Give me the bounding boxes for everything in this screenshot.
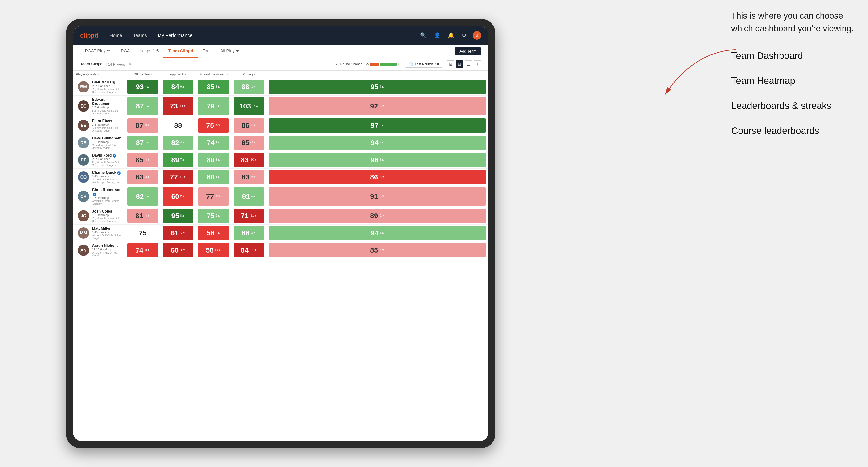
- table-row[interactable]: DFDavid Ford✓Plus HandicapRoyal North De…: [73, 151, 488, 168]
- heatmap-view-button[interactable]: ▦: [456, 60, 463, 68]
- player-handicap: 1-5 Handicap: [92, 140, 122, 144]
- annotation-area: This is where you can choose which dashb…: [731, 9, 854, 149]
- sort-icon: ▾: [97, 73, 99, 76]
- player-handicap: 6-10 Handicap: [92, 175, 122, 178]
- dashboard-options: Team Dashboard Team Heatmap Leaderboards…: [731, 49, 854, 137]
- settings-button[interactable]: ⚙: [460, 31, 468, 40]
- player-club: Sunningdale Golf Club, United Kingdom: [92, 109, 122, 115]
- nav-my-performance[interactable]: My Performance: [156, 32, 194, 39]
- nav-icons: 🔍 👤 🔔 ⚙ U: [418, 31, 481, 40]
- table-row[interactable]: ECEdward Crossman1-5 HandicapSunningdale…: [73, 96, 488, 117]
- player-handicap: Plus Handicap: [92, 158, 122, 161]
- score-cell: 87 1▲: [125, 96, 160, 117]
- score-cell: 95 9▲: [267, 78, 488, 96]
- col-header-around-green: Around the Green ▾: [196, 70, 231, 78]
- score-cell: 86 -6▼: [231, 117, 267, 134]
- player-name: Chris Robertson✓: [92, 188, 122, 196]
- score-cell: 88 -2▼: [231, 224, 267, 242]
- score-cell: 84 -21▼: [231, 242, 267, 259]
- score-cell: 83 -3▼: [125, 168, 160, 186]
- score-cell: 89 7▲: [160, 151, 196, 168]
- notifications-button[interactable]: 🔔: [446, 31, 456, 40]
- table-row[interactable]: CRChris Robertson✓1-5 HandicapCraigmilla…: [73, 186, 488, 207]
- table-row[interactable]: JCJosh Coles1-5 HandicapRoyal North Devo…: [73, 207, 488, 224]
- search-button[interactable]: 🔍: [418, 31, 428, 40]
- player-club: Gog Magog Golf Club, United Kingdom: [92, 144, 122, 149]
- player-cell: BMBlair McHargPlus HandicapRoyal North D…: [73, 78, 125, 96]
- score-cell: 60 -1▼: [160, 242, 196, 259]
- tablet-screen: clippd Home Teams My Performance 🔍 👤 🔔 ⚙…: [73, 26, 488, 441]
- table-row[interactable]: DBDave Billingham1-5 HandicapGog Magog G…: [73, 134, 488, 151]
- player-cell: JCJosh Coles1-5 HandicapRoyal North Devo…: [73, 207, 125, 224]
- player-cell: MMMatt Miller6-10 HandicapWoburn Golf Cl…: [73, 224, 125, 242]
- player-cell: ECEdward Crossman1-5 HandicapSunningdale…: [73, 96, 125, 117]
- col-header-approach: Approach ▾: [160, 70, 196, 78]
- player-handicap: 6-10 Handicap: [92, 231, 122, 234]
- score-cell: 85 -4▼: [267, 242, 488, 259]
- add-team-button[interactable]: Add Team: [455, 48, 481, 55]
- score-cell: 61 -3▼: [160, 224, 196, 242]
- table-header-row: Player Quality ▾ Off the Tee ▾: [73, 70, 488, 78]
- score-cell: 75 -3▼: [196, 117, 231, 134]
- score-cell: 74 1▲: [196, 134, 231, 151]
- last-rounds-label: Last Rounds: 20: [415, 62, 439, 66]
- score-cell: 80 3▲: [196, 151, 231, 168]
- round-change-label: 20 Round Change: [336, 62, 363, 66]
- view-icons: ⊞ ▦ ☰ ↓: [447, 60, 481, 68]
- tab-team-clippd[interactable]: Team Clippd: [163, 45, 198, 58]
- score-cell: 75: [125, 224, 160, 242]
- round-change-bar: -5 +5: [366, 63, 401, 66]
- arrow-annotation: [646, 47, 741, 99]
- tab-all-players[interactable]: All Players: [216, 45, 245, 58]
- edit-icon[interactable]: ✏: [129, 62, 132, 66]
- player-cell: DBDave Billingham1-5 HandicapGog Magog G…: [73, 134, 125, 151]
- download-button[interactable]: ↓: [474, 60, 481, 68]
- tab-hcaps[interactable]: Hcaps 1-5: [134, 45, 163, 58]
- grid-view-button[interactable]: ⊞: [447, 60, 454, 68]
- table-row[interactable]: BMBlair McHargPlus HandicapRoyal North D…: [73, 78, 488, 96]
- nav-teams[interactable]: Teams: [131, 32, 149, 39]
- sub-nav-tabs: PGAT Players PGA Hcaps 1-5 Team Clippd T…: [80, 45, 245, 58]
- list-view-button[interactable]: ☰: [465, 60, 472, 68]
- table-row[interactable]: CQCharlie Quick✓6-10 HandicapSt. George'…: [73, 168, 488, 186]
- player-name: Edward Crossman: [92, 97, 122, 106]
- nav-home[interactable]: Home: [108, 32, 124, 39]
- player-handicap: 1-5 Handicap: [92, 106, 122, 109]
- table-row[interactable]: ANAaron Nicholls11-15 HandicapDrift Golf…: [73, 242, 488, 259]
- score-cell: 87 -3▼: [125, 117, 160, 134]
- score-cell: 85 -3▼: [231, 134, 267, 151]
- score-cell: 82 4▲: [160, 134, 196, 151]
- score-cell: 87 4▲: [125, 134, 160, 151]
- sort-icon: ▾: [254, 73, 255, 76]
- score-cell: 81 4▲: [231, 186, 267, 207]
- score-cell: 96 3▲: [267, 151, 488, 168]
- player-cell: EEElliot Ebert1-5 HandicapSunningdale Go…: [73, 117, 125, 134]
- last-rounds-icon: 📊: [409, 62, 413, 66]
- score-cell: 85 8▲: [196, 78, 231, 96]
- table-row[interactable]: EEElliot Ebert1-5 HandicapSunningdale Go…: [73, 117, 488, 134]
- option-leaderboards: Leaderboards & streaks: [731, 99, 854, 112]
- player-club: Royal North Devon Golf Club, United King…: [92, 161, 122, 166]
- tab-tour[interactable]: Tour: [198, 45, 216, 58]
- score-cell: 79 9▲: [196, 96, 231, 117]
- score-cell: 80 1▲: [196, 168, 231, 186]
- tab-pga[interactable]: PGA: [116, 45, 134, 58]
- player-name: Elliot Ebert: [92, 119, 122, 123]
- user-avatar[interactable]: U: [473, 31, 481, 40]
- table-row[interactable]: MMMatt Miller6-10 HandicapWoburn Golf Cl…: [73, 224, 488, 242]
- top-nav: clippd Home Teams My Performance 🔍 👤 🔔 ⚙…: [73, 26, 488, 45]
- tab-pgat-players[interactable]: PGAT Players: [80, 45, 116, 58]
- annotation-text: This is where you can choose which dashb…: [731, 9, 854, 35]
- last-rounds-button[interactable]: 📊 Last Rounds: 20: [405, 61, 443, 68]
- player-club: Woburn Golf Club, United Kingdom: [92, 234, 122, 240]
- profile-button[interactable]: 👤: [433, 31, 442, 40]
- sub-nav: PGAT Players PGA Hcaps 1-5 Team Clippd T…: [73, 45, 488, 58]
- option-course-leaderboards: Course leaderboards: [731, 124, 854, 137]
- team-name: Team Clippd: [80, 62, 102, 66]
- score-cell: 92 -3▼: [267, 96, 488, 117]
- sort-icon: ▾: [151, 73, 152, 76]
- score-cell: 93 4▲: [125, 78, 160, 96]
- team-count: | 14 Players: [106, 62, 125, 66]
- option-team-dashboard: Team Dashboard: [731, 49, 854, 62]
- score-cell: 94 1▲: [267, 134, 488, 151]
